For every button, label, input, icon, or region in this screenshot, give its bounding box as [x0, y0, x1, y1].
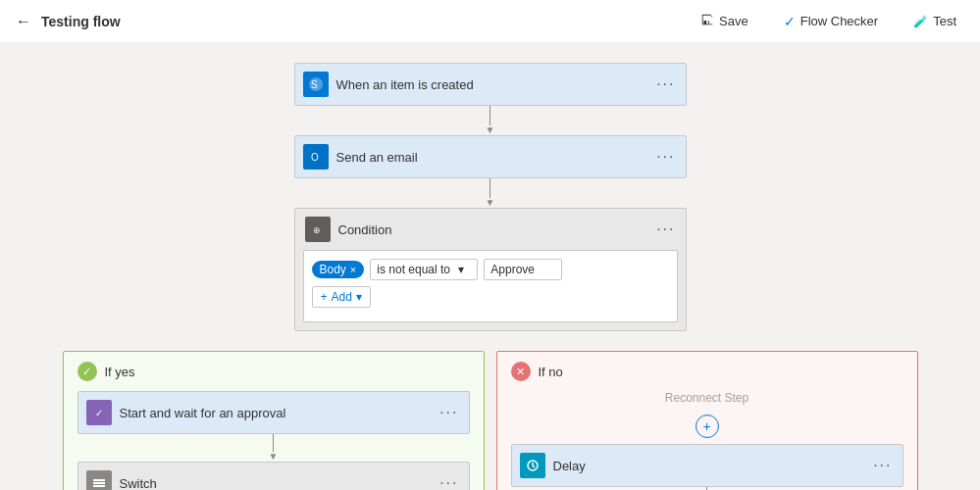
approval-icon: ✓ [86, 400, 112, 425]
header-right: Save ✓ Flow Checker 🧪 Test [693, 9, 964, 33]
step-switch[interactable]: Switch ··· [77, 462, 470, 490]
svg-text:O: O [311, 152, 319, 163]
condition-icon: ⊕ [305, 217, 331, 242]
switch-more-button[interactable]: ··· [439, 474, 458, 490]
svg-rect-10 [93, 482, 105, 484]
no-add-plus-button[interactable]: + [696, 415, 719, 438]
delay-more-button[interactable]: ··· [873, 457, 892, 474]
test-button[interactable]: 🧪 Test [905, 10, 964, 32]
svg-rect-11 [93, 485, 105, 487]
flow-title: Testing flow [41, 14, 121, 29]
step-approval-label: Start and wait for an approval [120, 406, 286, 420]
condition-value[interactable]: Approve [484, 259, 562, 280]
step-approval[interactable]: ✓ Start and wait for an approval ··· [77, 391, 470, 434]
branch-yes-header: ✓ If yes [64, 352, 484, 391]
branch-yes-label: If yes [105, 365, 135, 379]
step-send-email[interactable]: O Send an email ··· [294, 135, 687, 178]
flow-canvas: S When an item is created ··· O Send an … [0, 43, 980, 490]
back-button[interactable]: ← [16, 13, 31, 30]
svg-text:⊕: ⊕ [313, 225, 321, 235]
condition-tag-label: Body [320, 263, 346, 276]
condition-label: Condition [338, 222, 392, 237]
outlook-icon: O [303, 144, 329, 170]
delay-icon [520, 453, 545, 478]
reconnect-placeholder: Reconnect Step [511, 391, 903, 405]
branch-yes-content: ✓ Start and wait for an approval ··· [64, 391, 484, 490]
flow-main: S When an item is created ··· O Send an … [0, 43, 980, 490]
condition-body: Body × is not equal to ▾ Approve + Add [303, 250, 678, 322]
condition-tag[interactable]: Body × [312, 261, 365, 278]
condition-operator-label: is not equal to [377, 263, 450, 276]
condition-tag-remove[interactable]: × [350, 264, 356, 275]
svg-text:✓: ✓ [95, 408, 103, 418]
branches-container: ✓ If yes ✓ Start and wait for an approva… [0, 331, 980, 490]
condition-add-row: + Add ▾ [312, 286, 669, 308]
header-left: ← Testing flow [16, 13, 121, 30]
chevron-down-icon: ▾ [458, 263, 464, 276]
chevron-down-icon-add: ▾ [356, 290, 362, 304]
svg-rect-9 [93, 479, 105, 481]
branch-yes-arrow [77, 434, 470, 462]
test-icon: 🧪 [913, 15, 928, 28]
reconnect-label: Reconnect Step [665, 391, 748, 405]
branch-no-content: Reconnect Step + Delay ··· [497, 391, 917, 490]
yes-badge: ✓ [77, 362, 97, 381]
condition-more-button[interactable]: ··· [656, 220, 675, 238]
save-button[interactable]: Save [693, 9, 756, 33]
branch-no-header: ✕ If no [497, 352, 917, 391]
step-when-item-created[interactable]: S When an item is created ··· [294, 63, 687, 106]
plus-icon: + [321, 290, 328, 304]
step2-more-button[interactable]: ··· [656, 148, 675, 166]
step2-label: Send an email [336, 150, 418, 165]
branch-no: ✕ If no Reconnect Step + [496, 351, 918, 490]
flow-checker-icon: ✓ [784, 14, 796, 29]
switch-icon [86, 470, 112, 490]
branch-no-label: If no [539, 365, 563, 379]
save-icon [700, 13, 714, 29]
no-badge: ✕ [511, 362, 531, 381]
condition-add-button[interactable]: + Add ▾ [312, 286, 371, 308]
header: ← Testing flow Save ✓ Flow Checker 🧪 Tes… [0, 0, 980, 43]
svg-text:S: S [311, 79, 318, 90]
sharepoint-icon: S [303, 72, 329, 97]
step-delay-label: Delay [553, 459, 586, 473]
step-switch-label: Switch [120, 476, 157, 491]
branch-yes: ✓ If yes ✓ Start and wait for an approva… [63, 351, 485, 490]
flow-checker-button[interactable]: ✓ Flow Checker [776, 10, 886, 33]
save-label: Save [719, 14, 748, 28]
condition-operator[interactable]: is not equal to ▾ [370, 259, 478, 280]
flow-checker-label: Flow Checker [800, 14, 878, 28]
condition-row: Body × is not equal to ▾ Approve [312, 259, 669, 280]
test-label: Test [933, 14, 956, 28]
condition-card: ⊕ Condition ··· Body × is not equal to ▾ [294, 208, 687, 331]
approval-more-button[interactable]: ··· [439, 404, 458, 421]
step1-label: When an item is created [336, 77, 474, 92]
step-delay[interactable]: Delay ··· [511, 444, 903, 487]
condition-header: ⊕ Condition ··· [295, 209, 686, 250]
step1-more-button[interactable]: ··· [656, 75, 675, 93]
